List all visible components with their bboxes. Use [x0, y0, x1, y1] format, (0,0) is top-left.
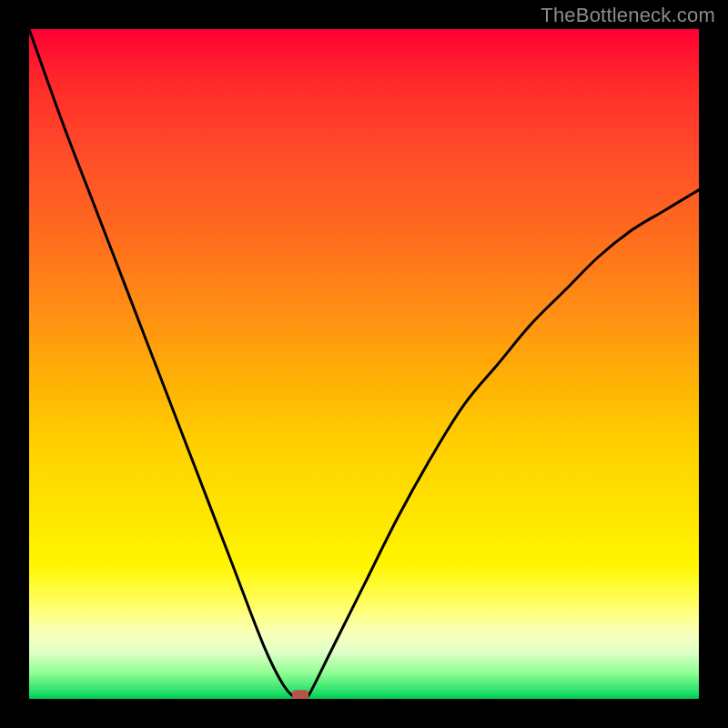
svg-rect-0	[292, 690, 308, 699]
min-marker	[292, 690, 308, 699]
chart-svg	[29, 29, 699, 699]
watermark-text: TheBottleneck.com	[541, 4, 715, 27]
chart-frame: TheBottleneck.com	[0, 0, 728, 728]
bottleneck-curve	[29, 29, 699, 699]
plot-area	[29, 29, 699, 699]
